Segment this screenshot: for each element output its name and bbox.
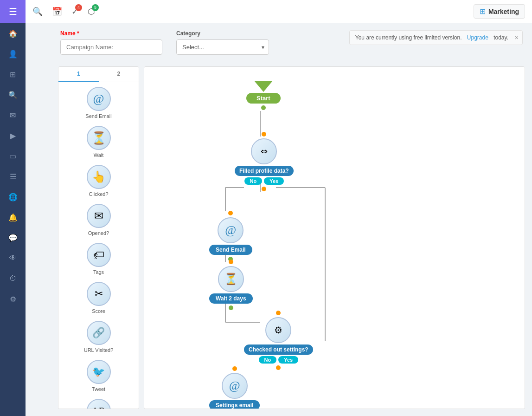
hamburger-icon: ☰	[9, 6, 17, 17]
tool-url-visited[interactable]: 🔗 URL Visited?	[58, 316, 139, 355]
start-node[interactable]: Start	[246, 81, 281, 110]
sidebar-item-list[interactable]: ☰	[0, 166, 26, 187]
tags-icon: 🏷	[87, 243, 111, 267]
send-email-node-label: Send Email	[209, 245, 252, 255]
alert-message: You are currently using free limited ver…	[355, 34, 462, 41]
settings-email-node[interactable]: @ Settings email	[209, 366, 260, 409]
tool-tweet[interactable]: 🐦 Tweet	[58, 355, 139, 394]
filled-profile-label: Filled profile data?	[235, 166, 294, 176]
tool-opened-label: Opened?	[88, 230, 109, 236]
sidebar-item-layout[interactable]: ▭	[0, 146, 26, 166]
sidebar-item-dashboard[interactable]: ⊞	[0, 64, 26, 84]
alert-close-button[interactable]: ×	[515, 34, 519, 41]
sidebar-menu-toggle[interactable]: ☰	[0, 0, 26, 23]
tool-tweet-label: Tweet	[92, 386, 105, 392]
url-visited-icon: 🔗	[87, 321, 111, 345]
topbar-left: 🔍 📅 ✓ 4 ⬡ 5	[32, 6, 95, 17]
sidebar-item-bell[interactable]: 🔔	[0, 207, 26, 228]
required-marker: *	[77, 30, 79, 37]
tool-opened[interactable]: ✉ Opened?	[58, 199, 139, 238]
filled-profile-icon[interactable]: ⇔	[251, 138, 277, 164]
wait-1-node[interactable]: ⏳ Wait 2 days	[209, 260, 253, 310]
panel-tab-2[interactable]: 2	[99, 67, 139, 82]
tool-wait-label: Wait	[94, 152, 104, 158]
filled-profile-no-btn[interactable]: No	[244, 177, 263, 185]
tool-clicked[interactable]: 👆 Clicked?	[58, 160, 139, 199]
sidebar-item-chat[interactable]: 💬	[0, 228, 26, 248]
start-label: Start	[246, 93, 281, 104]
flow-canvas[interactable]: Start ⇔ Filled profile data? No Yes	[144, 66, 525, 409]
sidebar-item-email[interactable]: ✉	[0, 105, 26, 125]
checked-settings-no-btn[interactable]: No	[259, 356, 277, 364]
sidebar-item-timer[interactable]: ⏱	[0, 268, 26, 289]
tool-url-visited-label: URL Visited?	[84, 347, 114, 353]
main-content: Name * Category Select... ▾ You are curr…	[51, 23, 532, 416]
send-email-node[interactable]: @ Send Email	[209, 211, 252, 261]
settings-email-icon[interactable]: @	[222, 373, 248, 399]
settings-email-label: Settings email	[209, 400, 260, 409]
calendar-icon[interactable]: 📅	[52, 6, 62, 17]
tasks-icon[interactable]: ✓ 4	[71, 6, 78, 17]
filled-profile-dot-bottom	[262, 187, 266, 191]
score-icon: ✂	[87, 282, 111, 306]
sidebar-item-home[interactable]: 🏠	[0, 23, 26, 44]
category-select[interactable]: Select...	[176, 39, 269, 55]
brand-grid-icon: ⊞	[480, 7, 486, 16]
checked-settings-dot-bottom	[276, 365, 281, 370]
notifications-icon[interactable]: ⬡ 5	[88, 6, 95, 17]
sidebar-item-search[interactable]: 🔍	[0, 84, 26, 105]
checked-settings-buttons: No Yes	[259, 356, 299, 364]
start-diamond-icon	[254, 81, 273, 92]
tool-clicked-label: Clicked?	[89, 191, 108, 197]
upgrade-link[interactable]: Upgrade	[467, 34, 488, 41]
sidebar-item-contacts[interactable]: 👤	[0, 44, 26, 64]
flow-content: Start ⇔ Filled profile data? No Yes	[154, 76, 525, 409]
category-label: Category	[176, 30, 269, 37]
notifications-badge: 5	[92, 4, 99, 11]
tools-panel: 1 2 @ Send Email ⏳ Wait 👆 Clicked? ✉ Ope…	[58, 66, 139, 409]
send-email-icon: @	[87, 87, 111, 111]
tool-send-email[interactable]: @ Send Email	[58, 82, 139, 121]
filled-profile-yes-btn[interactable]: Yes	[264, 177, 284, 185]
campaign-name-input[interactable]	[60, 39, 162, 55]
clicked-icon: 👆	[87, 165, 111, 189]
tweet-icon: 🐦	[87, 360, 111, 384]
checked-settings-dot-top	[276, 311, 281, 315]
tasks-badge: 4	[75, 4, 82, 11]
panel-tabs: 1 2	[58, 67, 139, 82]
brand-name: Marketing	[488, 8, 519, 15]
tool-ab[interactable]: A/B A/B	[58, 394, 139, 409]
topbar: 🔍 📅 ✓ 4 ⬡ 5 ⊞ Marketing	[26, 0, 532, 23]
send-email-circle-icon[interactable]: @	[218, 217, 244, 243]
category-select-wrapper: Select... ▾	[176, 39, 269, 55]
tool-wait[interactable]: ⏳ Wait	[58, 121, 139, 160]
alert-suffix: today.	[494, 34, 508, 41]
tool-tags[interactable]: 🏷 Tags	[58, 238, 139, 277]
checked-settings-icon[interactable]: ⚙	[265, 317, 291, 343]
sidebar-item-settings[interactable]: ⚙	[0, 289, 26, 309]
name-label: Name *	[60, 30, 162, 37]
filled-profile-buttons: No Yes	[244, 177, 284, 185]
checked-settings-yes-btn[interactable]: Yes	[278, 356, 298, 364]
brand-selector[interactable]: ⊞ Marketing	[474, 4, 525, 19]
wait-1-dot-bottom	[229, 306, 233, 310]
panel-tab-1[interactable]: 1	[58, 67, 99, 82]
wait-1-icon[interactable]: ⏳	[218, 266, 244, 292]
sidebar-item-video[interactable]: ▶	[0, 125, 26, 146]
send-email-dot-top	[228, 211, 233, 215]
search-icon[interactable]: 🔍	[32, 6, 43, 17]
filled-profile-node[interactable]: ⇔ Filled profile data? No Yes	[235, 132, 294, 191]
ab-icon: A/B	[87, 399, 111, 409]
checked-settings-node[interactable]: ⚙ Checked out settings? No Yes	[244, 311, 313, 370]
alert-banner: You are currently using free limited ver…	[349, 30, 523, 45]
opened-icon: ✉	[87, 204, 111, 228]
tool-tags-label: Tags	[93, 269, 104, 275]
header-form: Name * Category Select... ▾ You are curr…	[51, 23, 532, 59]
tool-score[interactable]: ✂ Score	[58, 277, 139, 316]
wait-1-label: Wait 2 days	[209, 293, 253, 304]
start-dot	[261, 105, 266, 110]
sidebar-item-globe[interactable]: 🌐	[0, 187, 26, 207]
sidebar-item-eye[interactable]: 👁	[0, 248, 26, 268]
wait-icon: ⏳	[87, 126, 111, 150]
filled-profile-dot-top	[262, 132, 266, 136]
